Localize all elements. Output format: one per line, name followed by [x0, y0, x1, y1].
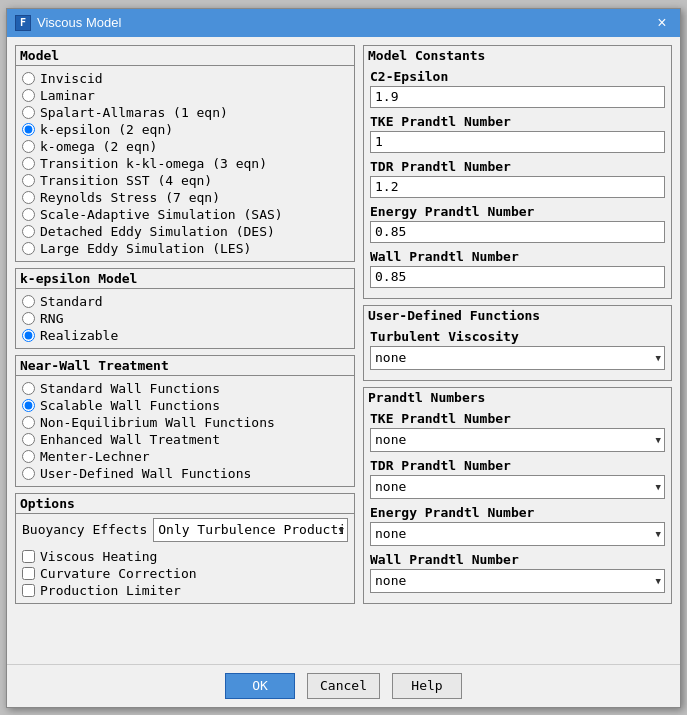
- near-wall-section-title: Near-Wall Treatment: [16, 356, 354, 376]
- model-option-reynolds-stress[interactable]: Reynolds Stress (7 eqn): [22, 189, 348, 206]
- options-section: Options Buoyancy Effects Only Turbulence…: [15, 493, 355, 604]
- wall-prandtl-label: Wall Prandtl Number: [370, 249, 665, 264]
- title-bar: F Viscous Model ×: [7, 9, 680, 37]
- near-wall-non-equilibrium[interactable]: Non-Equilibrium Wall Functions: [22, 414, 348, 431]
- k-epsilon-section-content: Standard RNG Realizable: [16, 289, 354, 348]
- viscous-model-dialog: F Viscous Model × Model Inviscid Laminar: [6, 8, 681, 708]
- tdr-prandtl-input[interactable]: [370, 176, 665, 198]
- options-section-content: Buoyancy Effects Only Turbulence Product…: [16, 514, 354, 603]
- udf-content: Turbulent Viscosity none: [364, 325, 671, 380]
- model-section-content: Inviscid Laminar Spalart-Allmaras (1 eqn…: [16, 66, 354, 261]
- model-constants-content: C2-Epsilon TKE Prandtl Number TDR Prandt…: [364, 65, 671, 298]
- prandtl-energy-select[interactable]: none: [370, 522, 665, 546]
- prandtl-tke-select-wrapper: none: [370, 428, 665, 452]
- production-limiter-checkbox[interactable]: Production Limiter: [22, 582, 348, 599]
- model-section: Model Inviscid Laminar Spalart-Allmaras …: [15, 45, 355, 262]
- prandtl-wall-field: Wall Prandtl Number none: [370, 552, 665, 593]
- dialog-title: Viscous Model: [37, 15, 646, 30]
- prandtl-wall-select-wrapper: none: [370, 569, 665, 593]
- k-epsilon-section: k-epsilon Model Standard RNG Realizable: [15, 268, 355, 349]
- buoyancy-effects-row: Buoyancy Effects Only Turbulence Product…: [22, 518, 348, 542]
- wall-prandtl-field: Wall Prandtl Number: [370, 249, 665, 288]
- model-option-sas[interactable]: Scale-Adaptive Simulation (SAS): [22, 206, 348, 223]
- buoyancy-select-wrapper: Only Turbulence Production All Species T…: [153, 518, 348, 542]
- prandtl-tke-select[interactable]: none: [370, 428, 665, 452]
- model-option-les[interactable]: Large Eddy Simulation (LES): [22, 240, 348, 257]
- app-icon: F: [15, 15, 31, 31]
- prandtl-tdr-label: TDR Prandtl Number: [370, 458, 665, 473]
- k-epsilon-rng[interactable]: RNG: [22, 310, 348, 327]
- model-constants-title: Model Constants: [364, 46, 671, 65]
- left-panel: Model Inviscid Laminar Spalart-Allmaras …: [15, 45, 355, 656]
- prandtl-energy-field: Energy Prandtl Number none: [370, 505, 665, 546]
- ok-button[interactable]: OK: [225, 673, 295, 699]
- energy-prandtl-label: Energy Prandtl Number: [370, 204, 665, 219]
- dialog-body: Model Inviscid Laminar Spalart-Allmaras …: [7, 37, 680, 664]
- options-section-title: Options: [16, 494, 354, 514]
- c2-epsilon-label: C2-Epsilon: [370, 69, 665, 84]
- near-wall-standard[interactable]: Standard Wall Functions: [22, 380, 348, 397]
- k-epsilon-section-title: k-epsilon Model: [16, 269, 354, 289]
- dialog-footer: OK Cancel Help: [7, 664, 680, 707]
- near-wall-menter[interactable]: Menter-Lechner: [22, 448, 348, 465]
- cancel-button[interactable]: Cancel: [307, 673, 380, 699]
- wall-prandtl-input[interactable]: [370, 266, 665, 288]
- prandtl-tdr-field: TDR Prandtl Number none: [370, 458, 665, 499]
- buoyancy-effects-select[interactable]: Only Turbulence Production All Species T…: [153, 518, 348, 542]
- close-button[interactable]: ×: [652, 13, 672, 33]
- near-wall-section: Near-Wall Treatment Standard Wall Functi…: [15, 355, 355, 487]
- udf-section: User-Defined Functions Turbulent Viscosi…: [363, 305, 672, 381]
- prandtl-numbers-section: Prandtl Numbers TKE Prandtl Number none …: [363, 387, 672, 604]
- prandtl-tdr-select[interactable]: none: [370, 475, 665, 499]
- help-button[interactable]: Help: [392, 673, 462, 699]
- near-wall-scalable[interactable]: Scalable Wall Functions: [22, 397, 348, 414]
- model-option-des[interactable]: Detached Eddy Simulation (DES): [22, 223, 348, 240]
- model-section-title: Model: [16, 46, 354, 66]
- prandtl-wall-label: Wall Prandtl Number: [370, 552, 665, 567]
- near-wall-user-defined[interactable]: User-Defined Wall Functions: [22, 465, 348, 482]
- prandtl-energy-label: Energy Prandtl Number: [370, 505, 665, 520]
- tke-prandtl-input[interactable]: [370, 131, 665, 153]
- k-epsilon-standard[interactable]: Standard: [22, 293, 348, 310]
- k-epsilon-realizable[interactable]: Realizable: [22, 327, 348, 344]
- model-option-inviscid[interactable]: Inviscid: [22, 70, 348, 87]
- prandtl-tke-field: TKE Prandtl Number none: [370, 411, 665, 452]
- right-panel: Model Constants C2-Epsilon TKE Prandtl N…: [363, 45, 672, 656]
- near-wall-section-content: Standard Wall Functions Scalable Wall Fu…: [16, 376, 354, 486]
- energy-prandtl-input[interactable]: [370, 221, 665, 243]
- model-option-spalart[interactable]: Spalart-Allmaras (1 eqn): [22, 104, 348, 121]
- tke-prandtl-label: TKE Prandtl Number: [370, 114, 665, 129]
- prandtl-numbers-title: Prandtl Numbers: [364, 388, 671, 407]
- tke-prandtl-field: TKE Prandtl Number: [370, 114, 665, 153]
- viscous-heating-checkbox[interactable]: Viscous Heating: [22, 548, 348, 565]
- buoyancy-effects-label: Buoyancy Effects: [22, 522, 147, 537]
- curvature-correction-checkbox[interactable]: Curvature Correction: [22, 565, 348, 582]
- model-constants-section: Model Constants C2-Epsilon TKE Prandtl N…: [363, 45, 672, 299]
- energy-prandtl-field: Energy Prandtl Number: [370, 204, 665, 243]
- turbulent-viscosity-select[interactable]: none: [370, 346, 665, 370]
- turbulent-viscosity-field: Turbulent Viscosity none: [370, 329, 665, 370]
- prandtl-numbers-content: TKE Prandtl Number none TDR Prandtl Numb…: [364, 407, 671, 603]
- turbulent-viscosity-select-wrapper: none: [370, 346, 665, 370]
- prandtl-energy-select-wrapper: none: [370, 522, 665, 546]
- tdr-prandtl-field: TDR Prandtl Number: [370, 159, 665, 198]
- model-option-k-epsilon[interactable]: k-epsilon (2 eqn): [22, 121, 348, 138]
- tdr-prandtl-label: TDR Prandtl Number: [370, 159, 665, 174]
- prandtl-tdr-select-wrapper: none: [370, 475, 665, 499]
- prandtl-tke-label: TKE Prandtl Number: [370, 411, 665, 426]
- c2-epsilon-field: C2-Epsilon: [370, 69, 665, 108]
- near-wall-enhanced[interactable]: Enhanced Wall Treatment: [22, 431, 348, 448]
- model-option-k-omega[interactable]: k-omega (2 eqn): [22, 138, 348, 155]
- model-option-transition-kklomega[interactable]: Transition k-kl-omega (3 eqn): [22, 155, 348, 172]
- turbulent-viscosity-label: Turbulent Viscosity: [370, 329, 665, 344]
- model-option-laminar[interactable]: Laminar: [22, 87, 348, 104]
- model-option-transition-sst[interactable]: Transition SST (4 eqn): [22, 172, 348, 189]
- c2-epsilon-input[interactable]: [370, 86, 665, 108]
- prandtl-wall-select[interactable]: none: [370, 569, 665, 593]
- udf-title: User-Defined Functions: [364, 306, 671, 325]
